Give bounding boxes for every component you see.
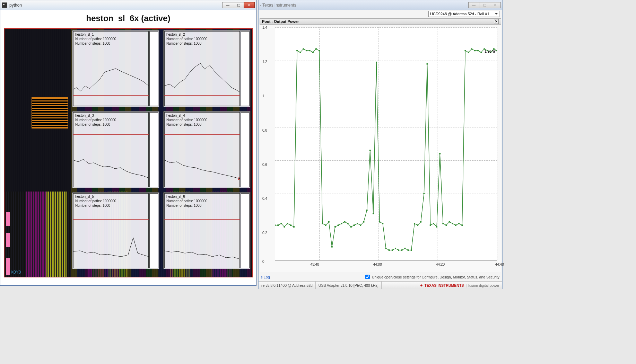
svg-rect-12 <box>309 50 311 51</box>
svg-rect-14 <box>315 48 317 50</box>
brand: ✦ TEXAS INSTRUMENTS | fusion digital pow… <box>417 283 502 287</box>
plot-colorbar <box>149 31 158 106</box>
svg-rect-47 <box>420 221 421 223</box>
pblock-selection[interactable] <box>32 97 68 128</box>
svg-rect-9 <box>299 52 301 53</box>
svg-rect-63 <box>471 48 472 50</box>
svg-rect-29 <box>363 221 364 223</box>
page-title: heston_sl_6x (active) <box>0 10 256 26</box>
plot-heston-sl-2[interactable]: heston_sl_2 Number of paths: 1000000 Num… <box>163 30 251 107</box>
marker <box>6 233 10 247</box>
svg-rect-38 <box>392 249 393 251</box>
chart-plot-area <box>275 27 497 260</box>
svg-rect-13 <box>312 52 314 53</box>
plot-info: heston_sl_1 Number of paths: 1000000 Num… <box>75 32 116 46</box>
svg-rect-66 <box>480 52 482 53</box>
x-tick: 43:40 <box>310 263 319 266</box>
svg-rect-21 <box>338 224 339 226</box>
coord-label: X0Y0 <box>11 270 21 275</box>
unique-settings-checkbox[interactable]: Unique open/close settings for Configure… <box>365 275 499 279</box>
svg-rect-52 <box>436 226 437 228</box>
svg-rect-51 <box>433 223 434 224</box>
app-icon <box>2 2 7 8</box>
svg-rect-23 <box>344 221 345 223</box>
window-title: - Texas Instruments <box>260 3 296 8</box>
svg-rect-2 <box>277 224 279 226</box>
svg-rect-57 <box>452 223 453 224</box>
svg-rect-64 <box>474 50 476 51</box>
svg-rect-6 <box>290 224 291 226</box>
svg-rect-20 <box>334 226 336 228</box>
ti-titlebar[interactable]: - Texas Instruments — ▢ ✕ <box>259 0 502 10</box>
plot-heston-sl-4[interactable]: heston_sl_4 Number of paths: 1000000 Num… <box>163 111 251 188</box>
status-bar: re v5.8.0.11400 @ Address 52d USB Adapte… <box>259 281 502 289</box>
svg-rect-3 <box>280 223 282 224</box>
svg-rect-28 <box>360 224 361 226</box>
svg-rect-10 <box>303 48 304 50</box>
close-button[interactable]: ✕ <box>490 2 501 8</box>
svg-rect-60 <box>461 224 463 226</box>
svg-rect-59 <box>458 223 460 224</box>
svg-rect-1 <box>275 224 276 226</box>
minimize-button[interactable]: — <box>468 2 479 8</box>
plot-name: heston_sl_1 <box>75 32 116 37</box>
svg-rect-55 <box>445 224 447 226</box>
svg-rect-53 <box>439 153 441 154</box>
svg-rect-50 <box>430 224 431 226</box>
pout-chart[interactable]: 1.4 1.2 1 0.8 0.6 0.4 0.2 0 43:40 <box>260 25 501 272</box>
close-button[interactable]: ✕ <box>244 2 255 8</box>
svg-rect-18 <box>328 221 330 223</box>
plot-paths: Number of paths: 1000000 <box>75 37 116 41</box>
svg-rect-19 <box>331 246 333 248</box>
svg-rect-7 <box>293 226 295 228</box>
log-link[interactable]: s Log <box>261 275 270 279</box>
svg-rect-54 <box>442 223 444 224</box>
y-tick: 0.4 <box>262 197 267 201</box>
svg-rect-22 <box>341 223 342 224</box>
fpga-floorplan[interactable]: X0Y0 heston_sl_1 Number of paths: 100000… <box>4 28 253 277</box>
python-window: python — ▢ ✕ heston_sl_6x (active) X0Y0 <box>0 0 256 286</box>
svg-rect-42 <box>404 248 406 249</box>
plot-heston-sl-5[interactable]: heston_sl_5 Number of paths: 1000000 Num… <box>72 192 159 269</box>
maximize-button[interactable]: ▢ <box>479 2 490 8</box>
x-tick: 44:20 <box>436 263 445 266</box>
minimize-button[interactable]: — <box>222 2 233 8</box>
panel-title: Pout - Output Power <box>262 19 299 24</box>
y-tick: 1 <box>262 94 264 98</box>
svg-rect-27 <box>357 223 358 224</box>
plot-heston-sl-6[interactable]: heston_sl_6 Number of paths: 1000000 Num… <box>163 192 251 269</box>
svg-rect-35 <box>382 223 383 224</box>
plot-steps: Number of steps: 1000 <box>75 41 116 46</box>
current-value-label: 1.26 W <box>485 50 496 53</box>
status-version: re v5.8.0.11400 @ Address 52d <box>259 282 316 289</box>
window-title: python <box>9 3 22 8</box>
maximize-button[interactable]: ▢ <box>233 2 244 8</box>
unique-settings-input[interactable] <box>365 275 370 279</box>
svg-rect-32 <box>373 213 374 214</box>
svg-rect-43 <box>408 249 409 251</box>
brand-name: TEXAS INSTRUMENTS <box>425 283 464 287</box>
svg-rect-5 <box>287 223 288 224</box>
svg-rect-45 <box>414 223 415 224</box>
svg-rect-31 <box>369 150 371 151</box>
rail-select[interactable]: UCD9248 @ Address 52d - Rail #1 <box>428 11 499 17</box>
panel-close-icon[interactable]: ✕ <box>494 19 499 24</box>
svg-rect-26 <box>354 224 355 226</box>
pout-series-line <box>275 27 497 260</box>
rail-select-value: UCD9248 @ Address 52d - Rail #1 <box>430 12 489 16</box>
svg-rect-48 <box>423 193 425 194</box>
svg-rect-4 <box>284 226 285 228</box>
y-tick: 1.4 <box>262 26 267 29</box>
python-titlebar[interactable]: python — ▢ ✕ <box>0 0 256 10</box>
plot-heston-sl-3[interactable]: heston_sl_3 Number of paths: 1000000 Num… <box>72 111 159 188</box>
svg-rect-8 <box>296 50 298 51</box>
plot-heston-sl-1[interactable]: heston_sl_1 Number of paths: 1000000 Num… <box>72 30 159 107</box>
svg-rect-46 <box>417 224 418 226</box>
ti-logo-icon: ✦ <box>420 283 423 287</box>
panel-header[interactable]: Pout - Output Power ✕ <box>260 18 501 25</box>
svg-rect-15 <box>319 50 320 51</box>
svg-rect-56 <box>449 221 450 223</box>
y-tick: 0 <box>262 260 264 264</box>
x-tick: 44:40 <box>495 263 504 266</box>
svg-rect-61 <box>464 50 466 51</box>
